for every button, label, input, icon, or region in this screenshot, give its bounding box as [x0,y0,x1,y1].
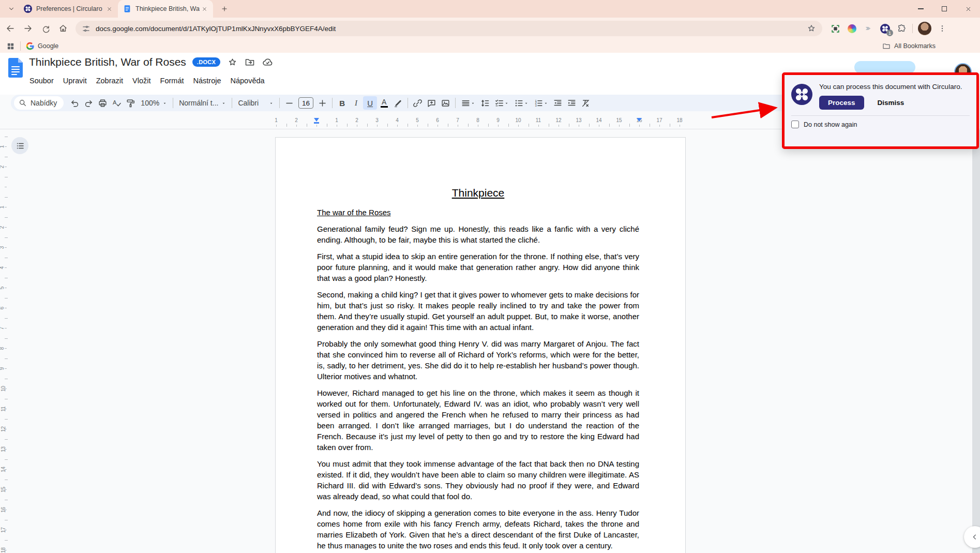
numbered-list-icon: 123 [534,98,544,108]
menu-item-soubor[interactable]: Soubor [25,74,58,87]
document-page[interactable]: Thinkpiece The war of the Roses Generati… [275,137,686,553]
google-docs-icon[interactable] [8,58,23,78]
left-indent-bar[interactable] [314,122,319,124]
document-paragraph[interactable]: However, Richard managed to get his line… [317,387,639,453]
menu-item-napoveda[interactable]: Nápověda [225,74,269,87]
screen-capture-extension-icon[interactable] [830,23,841,34]
increase-indent-button[interactable] [565,96,579,110]
tab-title: Preferences | Circularo [36,5,104,12]
address-bar[interactable]: docs.google.com/document/d/1ATKylOjTUP1m… [76,21,822,36]
menu-item-vlozit[interactable]: Vložit [128,74,155,87]
window-close-button[interactable] [956,0,980,18]
tab-thinkpiece-document[interactable]: Thinkpiece British, War of Roses [118,0,213,18]
document-body[interactable]: Generational family feud? Sign me up. Ho… [317,223,639,551]
star-document-button[interactable] [227,56,238,68]
site-info-icon[interactable] [82,24,91,33]
window-maximize-button[interactable] [932,0,956,18]
document-paragraph[interactable]: Probably the only somewhat good thing He… [317,338,639,382]
tab-search-button[interactable] [4,2,19,16]
show-outline-button[interactable] [11,137,28,154]
document-paragraph[interactable]: Generational family feud? Sign me up. Ho… [317,223,639,245]
back-button[interactable] [3,21,18,36]
clear-formatting-button[interactable] [579,96,593,110]
menu-item-format[interactable]: Formát [156,74,189,87]
menu-item-upravit[interactable]: Upravit [58,74,92,87]
bold-button[interactable]: B [335,96,349,110]
dont-show-again-checkbox[interactable] [791,121,799,128]
right-indent-marker[interactable] [637,118,642,122]
line-spacing-icon [480,98,490,108]
tab-close-button[interactable] [104,4,114,13]
increase-font-size-button[interactable] [315,96,329,110]
left-indent-marker[interactable] [314,118,319,122]
menu-item-nastroje[interactable]: Nástroje [188,74,225,87]
home-button[interactable] [56,21,70,36]
align-button[interactable] [458,96,478,110]
document-title[interactable]: Thinkpiece British, War of Roses [29,56,186,68]
paint-format-button[interactable] [124,96,138,110]
document-paragraph[interactable]: First, what a stupid idea to skip an ent… [317,251,639,283]
undo-button[interactable] [68,96,82,110]
all-bookmarks-button[interactable]: All Bookmarks [882,42,936,50]
process-button[interactable]: Process [819,96,864,110]
print-button[interactable] [96,96,110,110]
line-spacing-button[interactable] [478,96,492,110]
ruler-number: 6 [0,307,5,310]
docx-badge: .DOCX [192,57,220,67]
new-tab-button[interactable] [217,2,232,16]
browser-menu-button[interactable] [937,23,948,34]
search-menus-button[interactable]: Nabídky [14,96,64,110]
share-button[interactable] [854,61,915,73]
extensions-puzzle-button[interactable] [896,23,907,34]
browser-profile-avatar[interactable] [918,22,931,35]
highlight-color-button[interactable] [391,96,405,110]
forward-button[interactable] [21,21,35,36]
tab-preferences-circularo[interactable]: Preferences | Circularo [19,0,118,18]
arrow-extension-icon[interactable] [863,23,874,34]
italic-button[interactable]: I [349,96,363,110]
scrollbar[interactable] [972,130,980,553]
bookmark-google[interactable]: Google [26,42,58,50]
document-status-button[interactable] [262,56,273,68]
document-paragraph[interactable]: You must admit that they took immense ad… [317,458,639,502]
show-side-panel-button[interactable] [964,526,980,548]
paragraph-style-select[interactable]: Normální t... [176,96,229,110]
zoom-select[interactable]: 100% [138,96,170,110]
document-paragraph[interactable]: And now, the idiocy of skipping a genera… [317,507,639,551]
checklist-button[interactable] [492,96,511,110]
underline-button[interactable]: U [363,96,377,110]
bookmark-star-icon[interactable] [807,24,816,33]
vertical-ruler[interactable]: 21123456789101112131415161718 [0,130,8,553]
apps-grid-icon[interactable] [6,42,15,51]
circularo-popup: You can process this document with Circu… [782,72,979,149]
decrease-indent-button[interactable] [551,96,565,110]
clear-formatting-icon [581,98,591,108]
add-comment-button[interactable] [425,96,439,110]
window-minimize-button[interactable] [909,0,932,18]
chevron-down-icon [504,101,509,106]
spell-check-button[interactable]: A [110,96,124,110]
bulleted-list-button[interactable] [511,96,531,110]
circularo-logo-icon [791,84,812,105]
url-text[interactable]: docs.google.com/document/d/1ATKylOjTUP1m… [96,25,807,33]
redo-button[interactable] [82,96,96,110]
font-family-select[interactable]: Calibri [235,96,277,110]
document-subheading[interactable]: The war of the Roses [317,208,639,217]
circularo-extension-icon[interactable]: 1 [879,23,891,34]
document-paragraph[interactable]: Second, making a child king? I get that … [317,289,639,333]
document-heading[interactable]: Thinkpiece [317,187,639,199]
reload-button[interactable] [38,21,53,36]
colorful-extension-icon[interactable] [846,23,857,34]
dismiss-button[interactable]: Dismiss [878,99,904,107]
text-color-button[interactable]: A [377,96,391,110]
numbered-list-button[interactable]: 123 [531,96,551,110]
insert-image-button[interactable] [439,96,453,110]
insert-link-button[interactable] [411,96,425,110]
font-size-input[interactable]: 16 [298,97,313,109]
menu-item-zobrazit[interactable]: Zobrazit [92,74,128,87]
decrease-font-size-button[interactable] [282,96,296,110]
browser-toolbar: docs.google.com/document/d/1ATKylOjTUP1m… [0,18,980,39]
tab-close-button[interactable] [200,4,209,13]
ruler-number: 15 [616,117,622,123]
move-to-folder-button[interactable] [244,56,255,68]
